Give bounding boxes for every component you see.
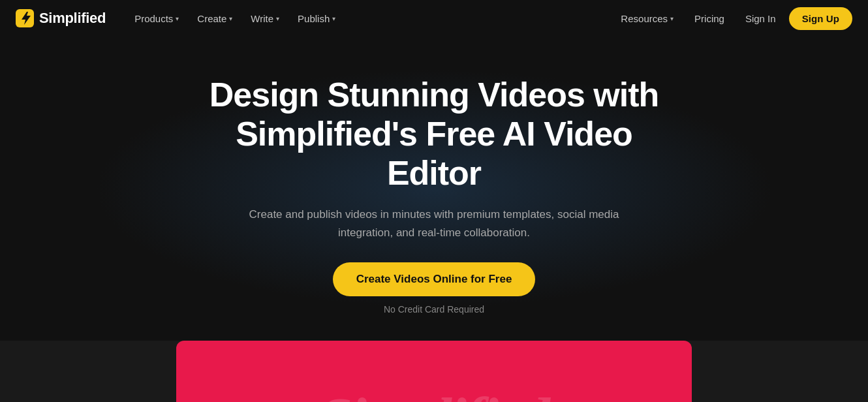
hero-section: Design Stunning Videos with Simplified's… (0, 37, 868, 341)
write-chevron-icon: ▾ (276, 15, 279, 22)
nav-item-write[interactable]: Write ▾ (243, 8, 287, 29)
write-label: Write (251, 13, 273, 24)
publish-chevron-icon: ▾ (332, 15, 335, 22)
resources-label: Resources (621, 13, 668, 24)
nav-item-publish[interactable]: Publish ▾ (290, 8, 343, 29)
hero-title: Design Stunning Videos with Simplified's… (193, 76, 675, 193)
publish-label: Publish (298, 13, 330, 24)
hero-title-line2: Simplified's Free AI Video Editor (236, 115, 632, 192)
cta-button[interactable]: Create Videos Online for Free (333, 262, 536, 296)
navbar-right-menu: Resources ▾ Pricing Sign In Sign Up (613, 7, 852, 30)
no-credit-card-text: No Credit Card Required (13, 304, 855, 315)
products-chevron-icon: ▾ (176, 15, 179, 22)
resources-chevron-icon: ▾ (670, 15, 674, 22)
nav-item-resources[interactable]: Resources ▾ (613, 8, 681, 29)
signin-label: Sign In (745, 13, 776, 24)
navbar-left-menu: Products ▾ Create ▾ Write ▾ Publish ▾ (127, 8, 613, 29)
preview-decorative-text: Simplified (320, 390, 548, 402)
brand-icon (16, 9, 34, 27)
brand-name: Simplified (39, 10, 106, 27)
signup-button[interactable]: Sign Up (789, 7, 852, 30)
pricing-label: Pricing (694, 13, 724, 24)
create-label: Create (197, 13, 226, 24)
preview-section: Simplified (176, 341, 692, 402)
hero-title-line1: Design Stunning Videos with (209, 76, 659, 114)
navbar: Simplified Products ▾ Create ▾ Write ▾ P… (0, 0, 868, 37)
nav-item-signin[interactable]: Sign In (737, 8, 784, 29)
products-label: Products (134, 13, 173, 24)
nav-item-products[interactable]: Products ▾ (127, 8, 187, 29)
nav-item-pricing[interactable]: Pricing (687, 8, 732, 29)
hero-subtitle: Create and publish videos in minutes wit… (238, 206, 630, 241)
brand-logo-link[interactable]: Simplified (16, 9, 106, 27)
create-chevron-icon: ▾ (229, 15, 232, 22)
nav-item-create[interactable]: Create ▾ (189, 8, 240, 29)
